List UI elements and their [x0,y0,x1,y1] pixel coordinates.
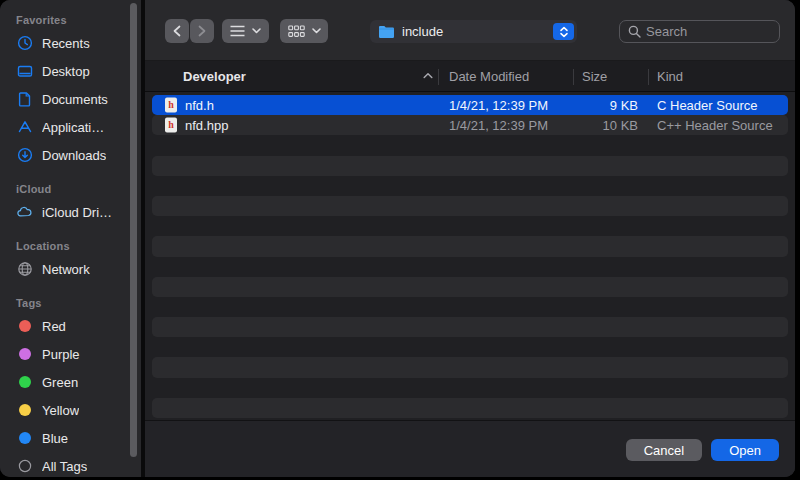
empty-row [152,297,788,317]
appstore-icon [16,119,33,136]
empty-row [152,277,788,297]
empty-row [152,257,788,277]
empty-row [152,378,788,398]
sidebar-item-tag-purple[interactable]: Purple [0,340,141,368]
column-separator[interactable] [438,69,439,85]
chevron-down-icon [312,28,321,34]
column-separator[interactable] [648,69,649,85]
icon-view-button[interactable] [280,19,328,43]
empty-row [152,176,788,196]
sidebar-item-applications[interactable]: Applicati… [0,113,141,141]
sidebar-item-label: Desktop [42,64,90,79]
sidebar-item-tag-yellow[interactable]: Yellow [0,396,141,424]
file-list: h nfd.h 1/4/21, 12:39 PM 9 KB C Header S… [145,93,795,420]
sidebar-item-network[interactable]: Network [0,255,141,283]
sidebar-item-label: Red [42,319,66,334]
sidebar-item-icloud-drive[interactable]: iCloud Dri… [0,198,141,226]
sidebar-item-label: Network [42,262,90,277]
sidebar-item-documents[interactable]: Documents [0,85,141,113]
chevron-right-icon [197,25,207,37]
sort-ascending-icon [423,72,433,79]
file-size: 9 KB [573,98,638,113]
list-view-button[interactable] [222,19,269,43]
globe-icon [16,261,33,278]
chevron-left-icon [172,25,182,37]
search-icon [628,25,641,38]
location-value: include [402,24,553,39]
list-view-icon [230,25,245,37]
dialog-footer: Cancel Open [145,420,795,477]
file-date-modified: 1/4/21, 12:39 PM [449,98,548,113]
file-size: 10 KB [573,118,638,133]
column-header-kind[interactable]: Kind [657,69,683,84]
sidebar-item-tag-red[interactable]: Red [0,312,141,340]
search-input[interactable]: Search [619,20,780,43]
column-header-size[interactable]: Size [582,69,607,84]
sidebar-item-downloads[interactable]: Downloads [0,141,141,169]
file-kind: C Header Source [657,98,757,113]
sidebar-item-label: Recents [42,36,90,51]
sidebar-item-label: iCloud Dri… [42,205,112,220]
forward-button[interactable] [190,19,214,43]
sidebar: Favorites Recents Desktop Documents Appl… [0,0,141,477]
column-header-developer[interactable]: Developer [183,69,246,84]
purple-tag-icon [16,346,33,363]
yellow-tag-icon [16,402,33,419]
sidebar-item-label: Downloads [42,148,106,163]
section-label-icloud: iCloud [16,183,141,195]
main-pane: include Search Developer Date Modified S… [145,0,795,477]
sidebar-item-label: Blue [42,431,68,446]
header-file-icon: h [165,118,177,133]
sidebar-item-tag-green[interactable]: Green [0,368,141,396]
sidebar-scrollbar[interactable] [130,3,137,457]
section-label-locations: Locations [16,240,141,252]
file-name: nfd.h [185,98,214,113]
green-tag-icon [16,374,33,391]
back-button[interactable] [165,19,189,43]
file-kind: C++ Header Source [657,118,773,133]
table-row-nfd-h[interactable]: h nfd.h 1/4/21, 12:39 PM 9 KB C Header S… [152,95,788,115]
sidebar-item-recents[interactable]: Recents [0,29,141,57]
section-label-tags: Tags [16,297,141,309]
cancel-button[interactable]: Cancel [626,439,702,461]
open-button[interactable]: Open [711,439,779,461]
empty-row [152,236,788,256]
file-name: nfd.hpp [185,118,228,133]
sidebar-item-label: Green [42,375,78,390]
document-icon [16,91,33,108]
download-icon [16,147,33,164]
popup-stepper-icon [553,23,574,40]
clock-icon [16,35,33,52]
chevron-down-icon [252,28,261,34]
open-dialog: Favorites Recents Desktop Documents Appl… [0,0,795,477]
blue-tag-icon [16,430,33,447]
grid-view-icon [288,25,305,38]
red-tag-icon [16,318,33,335]
sidebar-item-label: Yellow [42,403,79,418]
sidebar-item-tag-blue[interactable]: Blue [0,424,141,452]
empty-row [152,317,788,337]
toolbar: include Search [145,0,795,60]
empty-row [152,135,788,155]
sidebar-item-label: All Tags [42,459,87,474]
cloud-icon [16,204,33,221]
column-header-date-modified[interactable]: Date Modified [449,69,529,84]
empty-row [152,156,788,176]
section-label-favorites: Favorites [16,14,141,26]
empty-row [152,196,788,216]
empty-row [152,216,788,236]
sidebar-item-desktop[interactable]: Desktop [0,57,141,85]
table-row-nfd-hpp[interactable]: h nfd.hpp 1/4/21, 12:39 PM 10 KB C++ Hea… [152,115,788,135]
list-header: Developer Date Modified Size Kind [145,60,795,92]
empty-row [152,337,788,357]
location-popup[interactable]: include [370,20,577,43]
desktop-icon [16,63,33,80]
column-separator[interactable] [573,69,574,85]
sidebar-item-label: Applicati… [42,120,104,135]
empty-row [152,398,788,418]
search-placeholder: Search [646,24,687,39]
header-file-icon: h [165,98,177,113]
circle-icon [16,458,33,475]
file-date-modified: 1/4/21, 12:39 PM [449,118,548,133]
sidebar-item-all-tags[interactable]: All Tags [0,452,141,477]
